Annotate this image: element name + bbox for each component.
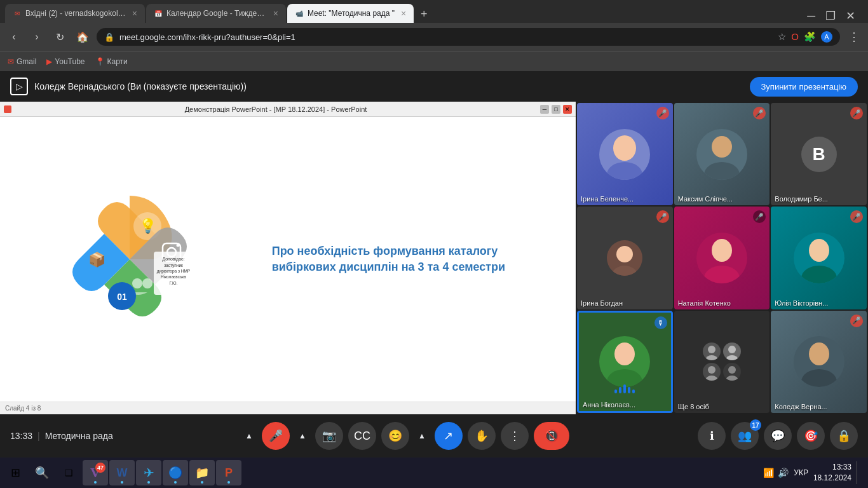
participant-tile-1[interactable]: Ірина Беленче... 🎤 [577,103,673,205]
svg-point-29 [705,355,718,360]
svg-point-23 [704,266,740,283]
window-minimize-ctrl[interactable]: ─ [540,105,549,114]
opera-icon[interactable]: O [791,31,799,43]
chevron-cam-up[interactable]: ▲ [295,428,310,444]
tab-calendar[interactable]: 📅 Календар Google - Тиждень ( × [146,4,286,23]
taskbar-telegram[interactable]: ✈ [136,460,161,485]
svg-text:💡: 💡 [139,217,156,234]
info-button[interactable]: ℹ [698,422,726,450]
window-controls: ─ ❐ ✕ [807,9,863,23]
participant-name-7: Анна Ніколаєв... [583,401,658,409]
slide-right: Про необхідність формування каталогу виб… [259,231,576,288]
close-button[interactable]: ✕ [846,9,855,23]
chrome-icon: 🔵 [168,466,182,480]
camera-button[interactable]: 📷 [315,422,343,450]
participant-face-1 [599,129,650,180]
reload-button[interactable]: ↻ [51,28,69,46]
menu-button[interactable]: ⋮ [845,28,863,46]
network-icon[interactable]: 📶 [763,468,774,478]
star-icon[interactable]: ☆ [778,31,786,43]
bottom-divider: | [37,431,40,441]
taskbar-chrome[interactable]: 🔵 [163,460,188,485]
svg-point-28 [708,346,715,353]
search-button[interactable]: 🔍 [29,460,55,485]
more-options-button[interactable]: ⋮ [501,422,529,450]
participants-button[interactable]: 👥 17 [731,422,759,450]
participant-mic-5: 🎤 [753,210,766,223]
meeting-name-label: Методична рада [45,431,113,441]
taskbar-explorer[interactable]: 📁 [189,460,215,485]
tab-bar: ✉ Вхідні (2) - vernadskogokoledz... × 📅 … [0,0,868,23]
chat-button[interactable]: 💬 [764,422,792,450]
show-desktop-button[interactable] [857,461,860,484]
present-icon: ↗ [444,429,453,443]
mute-button[interactable]: 🎤 [262,422,290,450]
minimize-button[interactable]: ─ [807,10,815,23]
present-button[interactable]: ↗ [435,422,463,450]
address-bar-icons: ☆ O 🧩 A [778,31,832,43]
host-controls-button[interactable]: 🔒 [830,422,858,450]
participant-tile-9[interactable]: Коледж Верна... 🎤 [771,311,867,413]
participant-face-6 [794,233,844,283]
taskbar-clock[interactable]: 13:33 18.12.2024 [813,462,851,484]
shield-icon: 🔒 [837,429,851,443]
participant-face-5 [696,233,747,283]
activities-button[interactable]: 🎯 [797,422,825,450]
presentation-area: Демонстрація PowerPoint - [МР 18.12.2024… [0,102,576,414]
taskbar-powerpoint[interactable]: P [216,460,241,485]
restore-button[interactable]: ❐ [825,9,836,23]
address-bar[interactable]: 🔒 meet.google.com/ihx-rikk-pru?authuser=… [97,28,840,46]
profile-icon[interactable]: A [821,31,832,43]
presentation-window-title: Демонстрація PowerPoint - [МР 18.12.2024… [14,105,538,113]
back-button[interactable]: ‹ [5,28,23,46]
participant-tile-6[interactable]: Юлія Вікторівн... 🎤 [771,207,867,309]
tab-meet-close[interactable]: × [401,8,406,18]
bookmark-gmail[interactable]: ✉ Gmail [8,57,36,66]
participant-tile-5[interactable]: Наталія Котенко 🎤 [674,207,770,309]
maps-bookmark-label: Карти [107,57,128,66]
gmail-bookmark-icon: ✉ [8,57,14,66]
tab-calendar-close[interactable]: × [273,8,278,18]
phone-icon: 📵 [545,429,559,443]
participant-tile-2[interactable]: Максим Сліпче... 🎤 [674,103,770,205]
svg-point-18 [712,136,732,158]
participants-badge: 17 [750,419,761,431]
stop-presentation-button[interactable]: Зупинити презентацію [750,77,858,97]
participant-name-4: Ірина Богдан [581,299,660,307]
svg-point-30 [728,346,736,353]
new-tab-button[interactable]: + [415,5,433,23]
end-call-button[interactable]: 📵 [534,422,569,450]
emoji-button[interactable]: 😊 [381,422,409,450]
svg-point-26 [614,342,635,365]
raise-hand-button[interactable]: ✋ [468,422,496,450]
chevron-present-up[interactable]: ▲ [414,428,430,444]
captions-button[interactable]: CC [348,422,376,450]
bookmark-youtube[interactable]: ▶ YouTube [46,57,85,66]
meet-bottom-right: ℹ 👥 17 💬 🎯 🔒 [698,422,858,450]
forward-button[interactable]: › [28,28,46,46]
participant-tile-8[interactable]: Ще 8 осіб [674,311,770,413]
bookmark-maps[interactable]: 📍 Карти [95,57,128,66]
extension-icon[interactable]: 🧩 [804,31,816,43]
start-button[interactable]: ⊞ [3,460,28,485]
participant-tile-7[interactable]: Анна Ніколаєв... 🎙 [577,311,673,413]
meet-bottom-left: 13:33 | Методична рада [10,431,113,441]
taskbar-viber[interactable]: V 47 [83,460,108,485]
home-button[interactable]: 🏠 [74,28,92,46]
taskbar-search-icon: 🔍 [35,466,49,480]
tab-gmail[interactable]: ✉ Вхідні (2) - vernadskogokoledz... × [5,4,145,23]
taskbar-word[interactable]: W [109,460,135,485]
participant-tile-4[interactable]: Ірина Богдан 🎤 [577,207,673,309]
tab-meet[interactable]: 📹 Meet: "Методична рада " × [287,4,414,23]
window-maximize-ctrl[interactable]: □ [552,105,560,114]
windows-icon: ⊞ [11,466,20,480]
volume-icon[interactable]: 🔊 [778,468,789,478]
task-view-button[interactable]: ❑ [56,460,81,485]
svg-point-37 [801,369,837,387]
taskbar-right: 📶 🔊 УКР 13:33 18.12.2024 [763,461,865,484]
tab-gmail-close[interactable]: × [132,8,137,18]
participant-tile-3[interactable]: В Володимир Бе... 🎤 [771,103,867,205]
language-indicator[interactable]: УКР [794,468,808,477]
chevron-mic-up[interactable]: ▲ [241,428,257,444]
window-close-ctrl[interactable]: ✕ [563,105,572,114]
